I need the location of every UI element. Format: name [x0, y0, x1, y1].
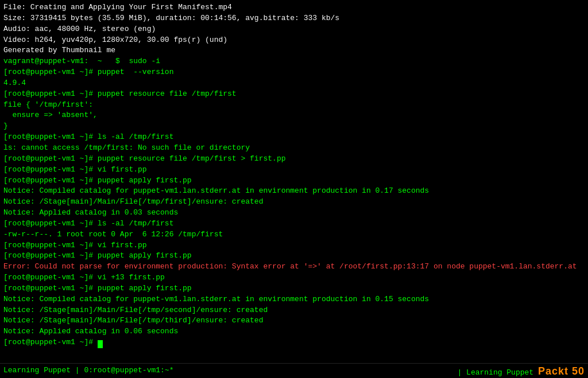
terminal-line: [root@puppet-vm1 ~]# ls -al /tmp/first: [3, 219, 585, 229]
terminal-line: Notice: Applied catalog in 0.06 seconds: [3, 326, 585, 337]
terminal-line: }: [3, 121, 585, 132]
terminal-line: Notice: Applied catalog in 0.03 seconds: [3, 208, 585, 219]
terminal-line: [root@puppet-vm1 ~]#: [3, 337, 585, 348]
terminal-line: file { '/tmp/first':: [3, 100, 585, 111]
terminal-line: [root@puppet-vm1 ~]# puppet apply first.…: [3, 176, 585, 186]
terminal-line: [root@puppet-vm1 ~]# puppet apply first.…: [3, 283, 585, 294]
terminal-line: 4.9.4: [3, 78, 585, 89]
terminal-line: [root@puppet-vm1 ~]# vi first.pp: [3, 165, 585, 176]
terminal-line: Notice: /Stage[main]/Main/File[/tmp/thir…: [3, 315, 585, 326]
terminal-line: ls: cannot access /tmp/first: No such fi…: [3, 143, 585, 154]
terminal-cursor: [98, 340, 103, 348]
terminal-line: [root@puppet-vm1 ~]# vi +13 first.pp: [3, 272, 585, 283]
terminal-line: Notice: Compiled catalog for puppet-vm1.…: [3, 294, 585, 305]
metadata-line-5: Generated by Thumbnail me: [3, 45, 585, 56]
terminal-line: [root@puppet-vm1 ~]# puppet apply first.…: [3, 251, 585, 262]
status-left: Learning Puppet | 0:root@puppet-vm1:~*: [3, 365, 173, 376]
terminal-line: [root@puppet-vm1 ~]# puppet resource fil…: [3, 89, 585, 100]
terminal-line: [root@puppet-vm1 ~]# ls -al /tmp/first: [3, 132, 585, 143]
terminal-line: Notice: Compiled catalog for puppet-vm1.…: [3, 186, 585, 197]
terminal-line: [root@puppet-vm1 ~]# vi first.pp: [3, 240, 585, 251]
terminal-line: [root@puppet-vm1 ~]# puppet --version: [3, 67, 585, 78]
terminal-line: vagrant@puppet-vm1: ~ $ sudo -i: [3, 56, 585, 67]
metadata-line-3: Audio: aac, 48000 Hz, stereo (eng): [3, 24, 585, 35]
terminal-line: Notice: /Stage[main]/Main/File[/tmp/seco…: [3, 305, 585, 316]
terminal-line: [root@puppet-vm1 ~]# puppet resource fil…: [3, 154, 585, 165]
status-bar: Learning Puppet | 0:root@puppet-vm1:~* |…: [0, 363, 588, 378]
terminal-line: -rw-r--r--. 1 root root 0 Apr 6 12:26 /t…: [3, 229, 585, 240]
metadata-line-4: Video: h264, yuv420p, 1280x720, 30.00 fp…: [3, 35, 585, 46]
terminal-line: Error: Could not parse for environment p…: [3, 262, 585, 272]
terminal-area: File: Creating and Applying Your First M…: [0, 0, 588, 363]
metadata-line-2: Size: 37319415 bytes (35.59 MiB), durati…: [3, 13, 585, 24]
packt-brand: Packt 50: [538, 364, 585, 377]
packt-logo: | Learning Puppet Packt 50: [457, 363, 585, 378]
metadata-line-1: File: Creating and Applying Your First M…: [3, 2, 585, 13]
learning-puppet-right: | Learning Puppet: [457, 368, 533, 377]
terminal-output: vagrant@puppet-vm1: ~ $ sudo -i[root@pup…: [3, 56, 585, 348]
terminal-line: Notice: /Stage[main]/Main/File[/tmp/firs…: [3, 197, 585, 208]
terminal-line: ensure => 'absent',: [3, 110, 585, 121]
